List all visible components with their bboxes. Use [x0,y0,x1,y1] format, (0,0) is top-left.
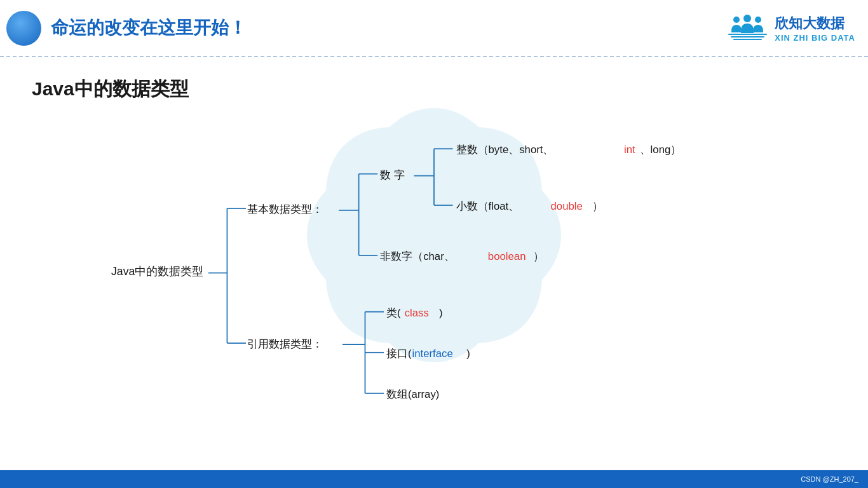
non-numeric-label-pre: 非数字（char、 [380,250,455,262]
numeric-label: 数 字 [380,169,405,181]
svg-rect-4 [731,36,764,37]
diagram-container: Java中的数据类型 基本数据类型： 数 字 整数（byte、short、 [38,111,830,437]
diagram-svg: Java中的数据类型 基本数据类型： 数 字 整数（byte、short、 [38,111,830,437]
footer-text: CSDN @ZH_207_ [801,475,858,483]
class-label-pre: 类( [386,307,401,319]
class-label-post: ) [439,307,443,319]
svg-rect-5 [733,39,762,40]
integer-label-post: 、long） [640,144,682,156]
svg-point-2 [755,17,761,23]
interface-label-pre: 接口( [386,348,412,360]
reference-type-label: 引用数据类型： [247,338,323,350]
decimal-label-pre: 小数（float、 [456,200,520,212]
page-title: Java中的数据类型 [32,76,189,102]
logo-people-icon [727,12,768,44]
svg-rect-3 [728,34,767,35]
basic-type-label: 基本数据类型： [247,203,323,215]
interface-label-interface: interface [412,348,452,360]
interface-label-post: ) [466,348,470,360]
header-circle-icon [6,11,41,46]
class-label-class: class [405,307,429,319]
logo-cn: 欣知大数据 [775,14,844,33]
non-numeric-boolean: boolean [488,250,526,262]
decimal-double: double [550,200,582,212]
header-left: 命运的改变在这里开始！ [6,11,247,46]
header: 命运的改变在这里开始！ 欣知大数据 XIN ZHI BIG DATA [0,0,868,57]
root-label: Java中的数据类型 [111,265,203,278]
logo-text: 欣知大数据 XIN ZHI BIG DATA [775,14,855,43]
array-label: 数组(array) [386,388,439,400]
non-numeric-close: ） [533,250,544,262]
header-title: 命运的改变在这里开始！ [51,16,247,40]
integer-int: int [624,144,635,156]
header-right: 欣知大数据 XIN ZHI BIG DATA [727,12,855,44]
logo-en: XIN ZHI BIG DATA [775,33,855,43]
svg-point-0 [733,17,740,23]
footer: CSDN @ZH_207_ [0,470,868,488]
decimal-label-post: ） [592,200,603,212]
integer-label-pre: 整数（byte、short、 [456,144,554,156]
svg-point-1 [743,15,751,22]
